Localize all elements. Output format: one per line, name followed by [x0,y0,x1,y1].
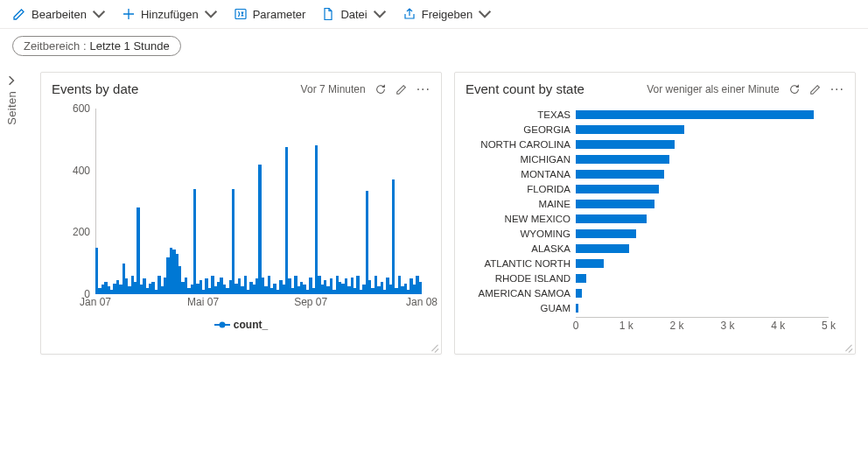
bar-row: FLORIDA [466,181,829,196]
y-tick: 600 [73,102,90,115]
bar-row: NORTH CAROLINA [466,137,829,151]
chevron-down-icon [373,7,387,21]
x-tick: 1 k [620,320,634,332]
resize-handle[interactable] [843,341,853,352]
refresh-icon[interactable] [788,83,801,95]
bar-row: MONTANA [466,166,829,181]
svg-rect-0 [235,10,246,19]
bar-row: RHODE ISLAND [466,271,829,285]
bar-row: GUAM [466,300,829,313]
bar-label: NORTH CAROLINA [466,139,576,150]
bar-row: MAINE [466,196,829,211]
bar-row: GEORGIA [466,122,829,137]
x-tick: Jan 07 [80,296,111,308]
edit-menu[interactable]: Bearbeiten [12,7,106,21]
bar-row: WYOMING [466,226,829,241]
bar-label: GUAM [466,303,576,313]
bar-label: ALASKA [466,243,576,254]
resize-handle[interactable] [429,341,439,352]
card-event-count-by-state: Event count by state Vor weniger als ein… [454,72,856,355]
chart-event-count-by-state: TEXASGEORGIANORTH CAROLINAMICHIGANMONTAN… [466,102,844,338]
add-label: Hinzufügen [141,8,199,21]
bar-row: ALASKA [466,241,829,256]
bar-label: RHODE ISLAND [466,273,576,284]
share-icon [402,7,416,21]
side-panel-label: Seiten [5,91,18,125]
chevron-down-icon [478,7,492,21]
refresh-icon[interactable] [374,83,387,95]
bar-label: ATLANTIC NORTH [466,258,576,269]
x-tick: Jan 08 [406,296,438,308]
card-timestamp: Vor weniger als einer Minute [647,83,779,95]
legend-label: count_ [234,319,268,331]
x-tick: 4 k [771,320,785,332]
bar-label: FLORIDA [466,184,576,194]
bar-label: MICHIGAN [466,154,576,165]
share-menu[interactable]: Freigeben [402,7,493,21]
bar-label: NEW MEXICO [466,214,576,224]
dashboard-cards: Events by date Vor 7 Minuten ··· 0200400… [23,63,868,372]
parameter-label: Parameter [253,8,306,21]
chevron-right-icon [6,75,17,86]
parameter-icon [234,7,248,21]
x-tick: 3 k [720,320,734,332]
add-menu[interactable]: Hinzufügen [122,7,218,21]
x-tick: Mai 07 [187,296,219,308]
bar-row: NEW MEXICO [466,211,829,226]
bar-label: MONTANA [466,169,576,179]
time-range-value: Letzte 1 Stunde [90,39,170,53]
file-label: Datei [340,8,367,21]
chevron-down-icon [204,7,218,21]
chevron-down-icon [92,7,106,21]
toolbar: Bearbeiten Hinzufügen Parameter Datei Fr… [0,0,868,29]
pencil-icon [12,7,26,21]
filter-row: Zeitbereich : Letzte 1 Stunde [0,29,868,63]
time-range-label: Zeitbereich : [24,39,87,53]
x-tick: 2 k [670,320,684,332]
y-tick: 200 [73,226,90,238]
file-menu[interactable]: Datei [321,7,386,21]
chart-legend: count_ [52,319,430,331]
card-title: Events by date [52,81,138,96]
pencil-icon[interactable] [809,83,822,95]
y-tick: 400 [73,165,90,177]
x-tick: 5 k [822,320,836,332]
card-events-by-date: Events by date Vor 7 Minuten ··· 0200400… [40,72,442,355]
more-icon[interactable]: ··· [416,85,430,94]
bar-row: AMERICAN SAMOA [466,285,829,300]
bar-label: MAINE [466,199,576,209]
card-title: Event count by state [466,81,584,96]
bar-row: TEXAS [466,107,829,122]
share-label: Freigeben [422,8,473,21]
chart-events-by-date: 0200400600 Jan 07Mai 07Sep 07Jan 08 coun… [52,102,430,329]
x-tick: Sep 07 [294,296,327,308]
time-range-pill[interactable]: Zeitbereich : Letzte 1 Stunde [12,36,181,56]
pencil-icon[interactable] [396,83,408,95]
more-icon[interactable]: ··· [830,85,844,94]
file-icon [321,7,335,21]
edit-label: Bearbeiten [32,8,87,21]
parameter-button[interactable]: Parameter [234,7,306,21]
bar-row: ATLANTIC NORTH [466,256,829,271]
bar-label: TEXAS [466,109,576,120]
bar-label: WYOMING [466,228,576,239]
card-timestamp: Vor 7 Minuten [301,83,366,95]
bar-label: GEORGIA [466,124,576,135]
bar-row: MICHIGAN [466,151,829,166]
x-tick: 0 [573,320,579,332]
plus-icon [122,7,136,21]
bar-label: AMERICAN SAMOA [466,288,576,299]
side-panel-toggle[interactable]: Seiten [0,63,23,372]
